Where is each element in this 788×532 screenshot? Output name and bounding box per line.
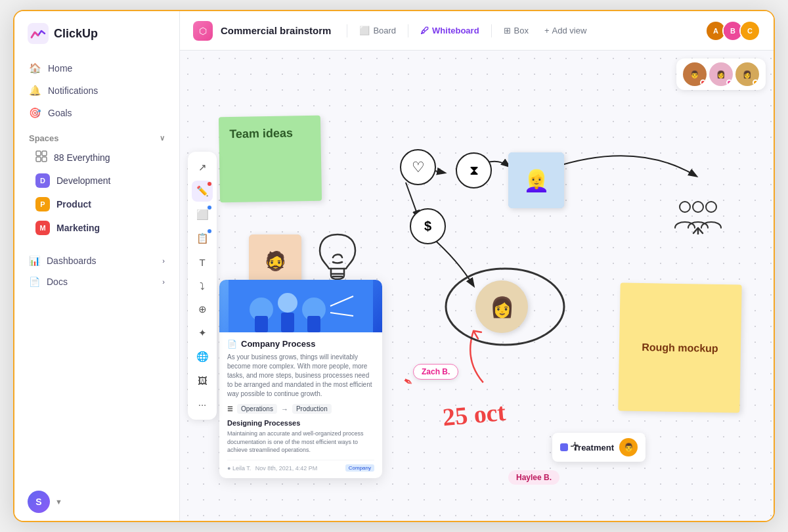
- magic-tool[interactable]: ✦: [192, 322, 213, 344]
- cursor-tool[interactable]: ↗: [192, 157, 213, 178]
- tab-board[interactable]: ⬜ Board: [353, 22, 403, 39]
- online-user-2: 👩: [709, 62, 733, 86]
- clickup-logo-icon: [28, 23, 49, 44]
- sidebar-item-dashboards[interactable]: 📊 Dashboards ›: [21, 250, 173, 271]
- draw-tool[interactable]: ✏️: [192, 181, 213, 202]
- user-chevron-icon: ▼: [55, 498, 62, 506]
- whiteboard-tab-icon: 🖊: [420, 26, 429, 35]
- sticky-note-team-ideas[interactable]: Team ideas: [219, 116, 322, 203]
- add-view-button[interactable]: + Add view: [538, 22, 593, 39]
- sidebar-item-home[interactable]: 🏠 Home: [21, 57, 173, 79]
- marketing-dot: M: [35, 221, 50, 235]
- author-dot: ●: [227, 465, 232, 472]
- shapes-indicator: [208, 206, 211, 210]
- svg-rect-3: [36, 157, 41, 162]
- tab-box[interactable]: ⊞ Box: [497, 22, 535, 39]
- main-nav: 🏠 Home 🔔 Notifications 🎯 Goals: [14, 55, 179, 127]
- date-annotation: 25 oct: [441, 397, 507, 432]
- online-user-1: 👨: [683, 62, 707, 86]
- svg-point-12: [278, 293, 297, 313]
- tab-divider-3: [491, 24, 492, 37]
- svg-rect-15: [281, 313, 294, 332]
- user3-status-dot: [753, 79, 758, 85]
- sidebar-item-product[interactable]: P Product: [21, 192, 173, 216]
- mind-map-tool[interactable]: ⊕: [192, 299, 213, 320]
- everything-icon: [35, 150, 47, 164]
- sticky-note-rough-mockup[interactable]: Rough mockup: [618, 282, 741, 412]
- project-title: Commercial brainstorm: [221, 25, 331, 36]
- bell-icon: 🔔: [29, 85, 41, 97]
- card-author: ● Leila T. Nov 8th, 2021, 4:42 PM: [227, 465, 317, 472]
- draw-tool-indicator: [208, 182, 211, 186]
- project-icon: ⬡: [193, 21, 213, 41]
- svg-rect-1: [36, 151, 41, 156]
- card-doc-icon: 📄: [227, 340, 237, 349]
- process-card[interactable]: 📄 Company Process As your business grows…: [219, 280, 382, 478]
- sticky-tool[interactable]: 📋: [192, 228, 213, 249]
- logo-area: ClickUp: [14, 11, 179, 55]
- spaces-chevron-icon: ∨: [160, 134, 165, 143]
- svg-rect-14: [255, 316, 268, 332]
- list-icon: ☰: [227, 405, 233, 412]
- sidebar-item-goals[interactable]: 🎯 Goals: [21, 102, 173, 124]
- online-user-3: 👩: [735, 62, 759, 86]
- label-zach: Zach B.: [413, 364, 458, 380]
- sticky-indicator: [208, 229, 211, 233]
- image-tool[interactable]: 🖼: [192, 370, 213, 391]
- whiteboard-canvas[interactable]: ↗ ✏️ ⬜ 📋 T ⤵ ⊕ ✦ 🌐 🖼 ···: [180, 51, 774, 521]
- user-avatar[interactable]: S: [28, 491, 50, 513]
- logo-text: ClickUp: [54, 27, 98, 41]
- svg-point-6: [680, 202, 690, 212]
- more-tool[interactable]: ···: [192, 393, 213, 414]
- sidebar: ClickUp 🏠 Home 🔔 Notifications 🎯 Goals S…: [14, 11, 180, 521]
- sidebar-item-marketing[interactable]: M Marketing: [21, 216, 173, 240]
- product-dot: P: [35, 197, 50, 211]
- card-body: 📄 Company Process As your business grows…: [219, 332, 382, 478]
- tab-divider-2: [408, 24, 408, 37]
- sidebar-item-everything[interactable]: 88 Everything: [21, 146, 173, 169]
- home-icon: 🏠: [29, 62, 41, 74]
- board-tab-icon: ⬜: [359, 26, 370, 35]
- sidebar-item-docs[interactable]: 📄 Docs ›: [21, 271, 173, 292]
- hourglass-icon-circle: ⧗: [456, 152, 492, 188]
- drawing-toolbar: ↗ ✏️ ⬜ 📋 T ⤵ ⊕ ✦ 🌐 🖼 ···: [188, 152, 217, 420]
- flow-to: Production: [292, 404, 332, 414]
- dashboards-icon: 📊: [29, 255, 40, 266]
- treatment-box[interactable]: Treatment 👨: [552, 433, 646, 462]
- spaces-section-header: Spaces ∨: [14, 127, 179, 146]
- flow-arrow-icon: →: [281, 405, 288, 413]
- svg-rect-4: [42, 157, 47, 162]
- docs-icon: 📄: [29, 277, 40, 287]
- plus-icon: +: [544, 26, 550, 35]
- person-photo-2: 👱‍♀️: [508, 152, 564, 208]
- globe-tool[interactable]: 🌐: [192, 346, 213, 367]
- svg-point-7: [693, 202, 703, 212]
- card-description: As your business grows, things will inev…: [227, 353, 374, 399]
- collaborators-avatars: A B C: [705, 20, 760, 41]
- heart-icon-circle: ♡: [400, 149, 436, 185]
- persons-group-icon: [672, 195, 724, 237]
- development-dot: D: [35, 173, 50, 188]
- connector-tool[interactable]: ⤵: [192, 275, 213, 296]
- card-footer: ● Leila T. Nov 8th, 2021, 4:42 PM Compan…: [227, 460, 374, 472]
- sidebar-item-notifications[interactable]: 🔔 Notifications: [21, 79, 173, 102]
- card-sub-title: Designing Processes: [227, 419, 374, 427]
- shapes-tool[interactable]: ⬜: [192, 204, 213, 225]
- user-profile-area[interactable]: S ▼: [14, 483, 179, 521]
- view-tabs: ⬜ Board 🖊 Whiteboard ⊞ Box + Add view: [344, 22, 593, 39]
- tab-whiteboard[interactable]: 🖊 Whiteboard: [414, 22, 486, 39]
- treatment-color-dot: [560, 443, 568, 451]
- main-area: ⬡ Commercial brainstorm ⬜ Board 🖊 Whiteb…: [180, 11, 774, 521]
- sidebar-item-development[interactable]: D Development: [21, 169, 173, 192]
- dollar-icon-circle: $: [410, 208, 446, 244]
- card-image: [219, 280, 382, 332]
- flow-from: Operations: [237, 404, 277, 414]
- topbar: ⬡ Commercial brainstorm ⬜ Board 🖊 Whiteb…: [180, 11, 774, 51]
- person-photo-1: 🧔: [249, 234, 301, 287]
- text-tool[interactable]: T: [192, 252, 213, 273]
- svg-rect-16: [307, 316, 320, 332]
- collaborator-avatar-3: C: [739, 20, 760, 41]
- svg-point-8: [706, 202, 716, 212]
- treatment-avatar: 👨: [619, 438, 638, 456]
- person-photo-3: 👩: [475, 280, 528, 333]
